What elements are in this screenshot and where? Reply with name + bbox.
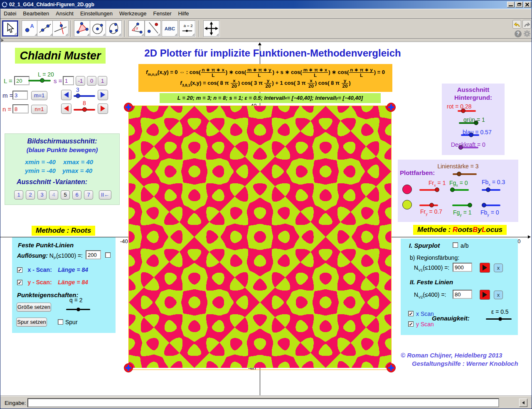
frx-slider-knob[interactable] [435, 187, 439, 192]
help-icon[interactable]: ? [515, 30, 522, 37]
viewport-subtitle: (blaue Punkte bewegen) [5, 146, 119, 153]
variant-button-2[interactable]: 2 [26, 190, 35, 200]
s-zero-button[interactable]: 0 [87, 76, 96, 86]
nv2-input[interactable] [453, 290, 472, 299]
toolbar-expand-icon[interactable] [1, 39, 4, 42]
m-increase-button[interactable] [98, 90, 108, 100]
tool-point[interactable]: A [22, 20, 38, 37]
plot-corner-handle-topleft[interactable] [124, 103, 133, 112]
m-input[interactable] [12, 91, 28, 100]
m-decrease-button[interactable] [61, 90, 71, 100]
gruen-slider-knob[interactable] [474, 121, 478, 125]
tool-move[interactable] [2, 20, 18, 37]
n-slider-label: 8 [83, 100, 86, 106]
rot-slider-knob[interactable] [461, 108, 466, 113]
tool-angle[interactable]: α [128, 20, 145, 37]
restore-button[interactable] [515, 2, 523, 7]
fgx-slider-knob[interactable] [450, 187, 455, 192]
y-color-swatch[interactable] [402, 200, 412, 209]
chladni-plot[interactable] [128, 106, 392, 370]
np-input[interactable] [86, 250, 101, 259]
nv1-play-button[interactable] [480, 263, 490, 273]
minimize-button[interactable] [507, 2, 515, 7]
chladni-canvas[interactable] [129, 106, 391, 368]
q-slider-knob[interactable] [76, 308, 80, 311]
s-input[interactable] [63, 76, 74, 85]
plot-corner-handle-topright[interactable] [387, 103, 396, 112]
m-reset-button[interactable]: m=1 [31, 91, 47, 100]
algebra-input[interactable] [27, 398, 499, 407]
tool-line[interactable] [37, 20, 53, 37]
tool-slider[interactable]: a = 2 [179, 20, 195, 37]
variant-button-6[interactable]: 6 [72, 190, 81, 200]
nv1-x-button[interactable]: x [494, 264, 503, 272]
s-minus1-button[interactable]: -1 [76, 76, 85, 86]
fry-label: Fry = 0.7 [420, 208, 442, 216]
n-increase-button[interactable] [98, 103, 108, 114]
variant-button-5[interactable]: 5 [61, 190, 70, 200]
yscan-checkbox[interactable]: ✓ [17, 280, 22, 285]
n-slider-knob[interactable] [82, 107, 87, 112]
variant-button-back[interactable]: II← [99, 190, 111, 200]
variant-button-3[interactable]: 3 [37, 190, 47, 200]
menu-ansicht[interactable]: Ansicht [52, 9, 77, 18]
deckkraft-slider-knob[interactable] [458, 145, 463, 150]
xscan-checkbox[interactable]: ✓ [17, 267, 22, 273]
fby-slider-knob[interactable] [482, 203, 486, 207]
settings-gear-icon[interactable] [523, 30, 531, 37]
redo-button[interactable] [522, 20, 531, 29]
tool-circle[interactable] [90, 20, 106, 37]
menu-fenster[interactable]: Fenster [150, 9, 175, 18]
epsilon-slider-knob[interactable] [498, 317, 502, 321]
menu-bearbeiten[interactable]: Bearbeiten [20, 9, 52, 18]
variant-button-4[interactable]: 4 [49, 190, 58, 200]
variant-button-1[interactable]: 1 [14, 190, 23, 200]
n-label: n = [2, 106, 11, 113]
yscan2-checkbox[interactable]: ✓ [408, 321, 414, 327]
menu-werkzeuge[interactable]: Werkzeuge [116, 9, 150, 18]
fry-slider-knob[interactable] [429, 203, 434, 207]
menu-einstellungen[interactable]: Einstellungen [77, 9, 116, 18]
viewport-xmax: xmax = 40 [63, 158, 93, 165]
close-button[interactable] [524, 2, 531, 7]
tool-move-view[interactable] [203, 20, 219, 37]
tool-mirror[interactable] [145, 20, 161, 37]
tool-text[interactable]: ABC [162, 20, 178, 37]
menu-hilfe[interactable]: Hilfe [175, 9, 192, 18]
undo-button[interactable] [512, 20, 521, 29]
ab-checkbox[interactable] [453, 242, 458, 248]
fgy-slider-knob[interactable] [468, 203, 472, 207]
fbx-slider-knob[interactable] [486, 187, 490, 192]
tool-dropdown-icon[interactable] [12, 32, 17, 35]
size-set-button[interactable]: Größe setzen [17, 303, 51, 312]
nv2-play-button[interactable] [480, 290, 490, 300]
tool-polygon[interactable] [74, 20, 90, 37]
s-plus1-button[interactable]: 1 [98, 76, 107, 86]
np-checkbox[interactable] [105, 252, 111, 258]
blau-slider-knob[interactable] [469, 133, 473, 137]
n-input[interactable] [12, 104, 29, 113]
trace-checkbox[interactable] [58, 319, 63, 325]
tool-perpendicular-line[interactable] [52, 20, 69, 37]
graphics-view[interactable]: 80 40 -40 -40 Chladni Muster 2D Plotter … [0, 42, 532, 395]
L-slider-knob[interactable] [40, 78, 44, 83]
variant-button-7[interactable]: 7 [84, 190, 93, 200]
L-input[interactable] [14, 76, 30, 85]
x-color-swatch[interactable] [402, 185, 412, 194]
xscan-length: Länge = 84 [58, 266, 88, 273]
menu-datei[interactable]: Datei [0, 9, 20, 18]
nv1-input[interactable] [453, 263, 472, 272]
xscan2-checkbox[interactable]: ✓ [408, 311, 414, 316]
linewidth-slider-knob[interactable] [457, 172, 461, 176]
plot-corner-handle-bottomleft[interactable] [124, 363, 133, 372]
n-decrease-button[interactable] [61, 103, 71, 114]
trace-set-button[interactable]: Spur setzen [16, 318, 47, 327]
nv2-x-button[interactable]: x [494, 291, 503, 299]
abc-glyph: ABC [165, 26, 175, 31]
spurplot-panel: I. Spurplot a/b b) Regionsfärbung: NV1(≤… [401, 239, 518, 335]
plot-corner-handle-bottomright[interactable] [387, 363, 396, 372]
tool-conic[interactable] [106, 20, 122, 37]
m-slider-knob[interactable] [76, 94, 80, 98]
n-reset-button[interactable]: n=1 [31, 105, 47, 114]
input-history-toggle[interactable] [519, 399, 527, 407]
